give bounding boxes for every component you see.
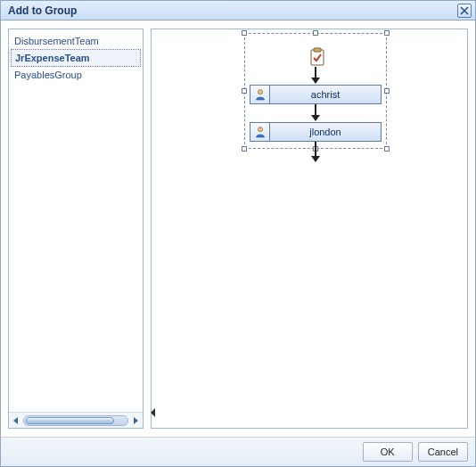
add-to-group-dialog: Add to Group DisbursementTeam JrExpenseT… bbox=[0, 0, 476, 467]
flow-arrow-3 bbox=[315, 142, 316, 161]
ok-button[interactable]: OK bbox=[363, 442, 413, 462]
cancel-button[interactable]: Cancel bbox=[418, 442, 468, 462]
group-list-panel: DisbursementTeam JrExpenseTeam PayablesG… bbox=[8, 29, 144, 429]
triangle-left-icon bbox=[12, 417, 20, 424]
dialog-title: Add to Group bbox=[8, 4, 457, 17]
triangle-right-icon bbox=[132, 417, 139, 424]
scroll-left-button[interactable] bbox=[9, 414, 23, 428]
scrollbar-thumb[interactable] bbox=[26, 417, 114, 424]
horizontal-scrollbar[interactable] bbox=[9, 412, 143, 428]
resize-handle-tr[interactable] bbox=[384, 30, 390, 36]
group-item-payablesgroup[interactable]: PayablesGroup bbox=[11, 67, 141, 83]
flow-canvas-panel: achrist jlondon bbox=[151, 29, 468, 429]
group-item-jrexpenseteam[interactable]: JrExpenseTeam bbox=[11, 49, 141, 67]
group-item-disbursementteam[interactable]: DisbursementTeam bbox=[11, 33, 141, 49]
close-button[interactable] bbox=[457, 4, 472, 18]
resize-handle-bl[interactable] bbox=[242, 146, 247, 152]
svg-rect-1 bbox=[314, 48, 321, 52]
titlebar: Add to Group bbox=[1, 1, 475, 20]
clipboard-check-icon bbox=[308, 47, 326, 67]
user-node-1[interactable]: achrist bbox=[250, 85, 382, 104]
resize-handle-br[interactable] bbox=[384, 146, 390, 152]
resize-handle-ml[interactable] bbox=[242, 88, 247, 94]
svg-rect-0 bbox=[311, 50, 324, 65]
flow-arrow-1 bbox=[315, 67, 316, 83]
panels: DisbursementTeam JrExpenseTeam PayablesG… bbox=[8, 29, 468, 429]
person-icon bbox=[254, 126, 267, 138]
scrollbar-track[interactable] bbox=[23, 415, 128, 426]
svg-point-3 bbox=[258, 127, 262, 132]
dialog-footer: OK Cancel bbox=[1, 437, 475, 466]
scroll-right-button[interactable] bbox=[128, 414, 143, 428]
resize-handle-mr[interactable] bbox=[384, 88, 390, 94]
close-icon bbox=[460, 6, 469, 15]
flow-arrow-2 bbox=[315, 104, 316, 120]
start-node[interactable] bbox=[308, 47, 326, 67]
user-node-2-label: jlondon bbox=[270, 127, 381, 137]
user-node-1-iconcell bbox=[250, 86, 270, 103]
splitter-grip[interactable] bbox=[151, 408, 156, 417]
svg-point-2 bbox=[258, 90, 262, 94]
resize-handle-tm[interactable] bbox=[313, 30, 318, 36]
dialog-content: DisbursementTeam JrExpenseTeam PayablesG… bbox=[1, 21, 475, 436]
person-icon bbox=[254, 88, 267, 101]
user-node-2-iconcell bbox=[250, 123, 270, 141]
resize-handle-tl[interactable] bbox=[242, 30, 247, 36]
flow-canvas[interactable]: achrist jlondon bbox=[152, 29, 467, 428]
triangle-left-icon bbox=[151, 408, 156, 417]
group-list[interactable]: DisbursementTeam JrExpenseTeam PayablesG… bbox=[9, 29, 143, 412]
user-node-2[interactable]: jlondon bbox=[250, 122, 382, 142]
user-node-1-label: achrist bbox=[270, 89, 381, 100]
